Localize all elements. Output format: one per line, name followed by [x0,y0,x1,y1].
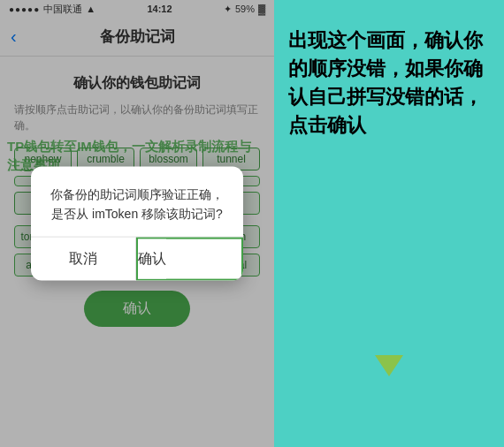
dialog-buttons: 取消 确认 [31,236,243,280]
down-arrow-icon [375,355,403,376]
dialog-body: 你备份的助记词顺序验证正确，是否从 imToken 移除该助记词? [31,167,243,237]
dialog-message: 你备份的助记词顺序验证正确，是否从 imToken 移除该助记词? [45,185,229,224]
confirmation-dialog: 你备份的助记词顺序验证正确，是否从 imToken 移除该助记词? 取消 确认 [31,167,243,281]
annotation-panel: 出现这个画面，确认你的顺序没错，如果你确认自己拼写没错的话，点击确认 [274,0,504,447]
dialog-cancel-button[interactable]: 取消 [31,237,136,280]
dialog-ok-button[interactable]: 确认 [138,239,166,278]
phone-mockup: ●●●●● 中国联通 ▲ 14:12 ✦ 59% ▓ ‹ 备份助记词 确认你的钱… [0,0,274,447]
annotation-text: 出现这个画面，确认你的顺序没错，如果你确认自己拼写没错的话，点击确认 [288,27,490,140]
dialog-ok-wrapper: 确认 [136,237,244,280]
